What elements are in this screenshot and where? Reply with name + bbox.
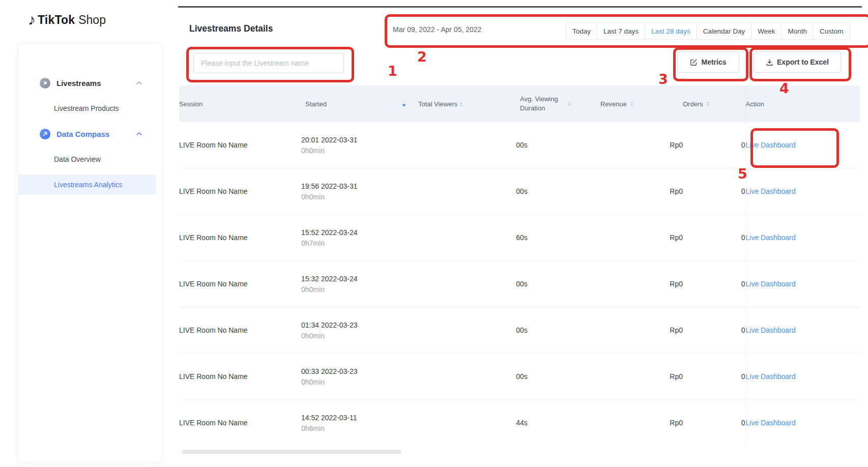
table-header-row: Session Started Total Viewers — [179, 85, 860, 122]
started-time: 19:56 2022-03-31 — [301, 182, 418, 190]
tab-month[interactable]: Month — [782, 22, 814, 40]
tab-week[interactable]: Week — [751, 22, 782, 40]
table-row: LIVE Room No Name 14:52 2022-03-11 0h6mi… — [179, 400, 860, 446]
column-avg-viewing-duration[interactable]: Avg. Viewing Duration — [520, 85, 596, 122]
revenue-cell: Rp0 — [596, 354, 683, 400]
total-viewers-cell: 0 — [418, 168, 520, 215]
avg-viewing-duration-cell: 0s — [520, 122, 596, 168]
sidebar-item-livestream-products[interactable]: Livestream Products — [18, 98, 162, 119]
revenue-cell: Rp0 — [596, 261, 683, 307]
sort-orders-icon[interactable] — [706, 101, 710, 106]
action-cell: Live Dashboard — [745, 215, 860, 261]
tab-custom[interactable]: Custom — [814, 22, 850, 40]
export-to-excel-button[interactable]: Export to Excel — [754, 51, 841, 73]
session-cell: LIVE Room No Name — [179, 215, 301, 261]
live-dashboard-link[interactable]: Live Dashboard — [746, 141, 796, 149]
live-dashboard-link[interactable]: Live Dashboard — [746, 234, 796, 242]
live-dashboard-link[interactable]: Live Dashboard — [746, 326, 796, 334]
action-cell: Live Dashboard — [745, 400, 860, 446]
brand-name-bold: TikTok — [38, 13, 75, 27]
date-range-display[interactable]: Mar 09, 2022 - Apr 05, 2022 — [393, 25, 481, 34]
column-avg-label: Avg. Viewing Duration — [520, 95, 564, 112]
column-started[interactable]: Started — [301, 85, 418, 122]
avg-viewing-duration-cell: 0s — [520, 307, 596, 354]
annotation-number-3: 3 — [658, 71, 668, 87]
stream-duration: 0h0min — [301, 147, 418, 155]
live-video-icon — [40, 78, 50, 89]
session-cell: LIVE Room No Name — [179, 261, 301, 307]
action-cell: Live Dashboard — [745, 122, 860, 168]
started-time: 14:52 2022-03-11 — [301, 414, 418, 422]
brand-logo: ♪ TikTok Shop — [28, 12, 106, 27]
orders-cell: 0 — [683, 215, 745, 261]
metrics-button[interactable]: Metrics — [677, 51, 739, 73]
sidebar-item-livestreams[interactable]: Livestreams — [18, 73, 162, 93]
started-cell: 14:52 2022-03-11 0h6min — [301, 400, 418, 446]
column-started-label: Started — [305, 100, 327, 108]
live-dashboard-link[interactable]: Live Dashboard — [746, 372, 796, 381]
orders-cell: 0 — [683, 168, 745, 215]
avg-viewing-duration-cell: 4s — [520, 400, 596, 446]
date-range-tabs: Today Last 7 days Last 28 days Calendar … — [566, 22, 850, 40]
sort-started-icon[interactable] — [402, 101, 406, 107]
orders-cell: 0 — [683, 122, 745, 168]
revenue-cell: Rp0 — [596, 168, 683, 215]
tab-last-7-days[interactable]: Last 7 days — [597, 22, 645, 40]
total-viewers-cell: 4 — [418, 400, 520, 446]
stream-duration: 0h0min — [301, 193, 418, 201]
avg-viewing-duration-cell: 0s — [520, 354, 596, 400]
tab-today[interactable]: Today — [566, 22, 597, 40]
tab-last-28-days[interactable]: Last 28 days — [645, 22, 697, 40]
table-row: LIVE Room No Name 20:01 2022-03-31 0h0mi… — [179, 122, 860, 168]
started-time: 15:32 2022-03-24 — [301, 275, 418, 283]
table-row: LIVE Room No Name 15:52 2022-03-24 0h7mi… — [179, 215, 860, 261]
chevron-up-icon[interactable] — [136, 132, 142, 136]
sort-avg-duration-icon[interactable] — [568, 101, 571, 106]
stream-duration: 0h0min — [301, 285, 418, 294]
stream-duration: 0h0min — [301, 378, 418, 386]
column-total-viewers[interactable]: Total Viewers — [418, 85, 520, 122]
column-orders-label: Orders — [683, 100, 703, 108]
session-cell: LIVE Room No Name — [179, 122, 301, 168]
metrics-button-label: Metrics — [701, 58, 726, 66]
avg-viewing-duration-cell: 0s — [520, 215, 596, 261]
sidebar-item-label: Data Overview — [54, 155, 101, 163]
column-orders[interactable]: Orders — [683, 85, 745, 122]
chevron-up-icon[interactable] — [136, 81, 142, 85]
avg-viewing-duration-cell: 0s — [520, 168, 596, 215]
session-cell: LIVE Room No Name — [179, 400, 301, 446]
total-viewers-cell: 0 — [418, 307, 520, 354]
sort-total-viewers-icon[interactable] — [459, 102, 463, 107]
column-total-viewers-label: Total Viewers — [418, 100, 457, 108]
started-cell: 15:32 2022-03-24 0h0min — [301, 261, 418, 307]
table-row: LIVE Room No Name 15:32 2022-03-24 0h0mi… — [179, 261, 860, 307]
sort-revenue-icon[interactable] — [630, 101, 633, 106]
sidebar-item-livestreams-analytics[interactable]: Livestreams Analytics — [18, 174, 156, 195]
export-button-label: Export to Excel — [777, 58, 829, 66]
orders-cell: 0 — [683, 400, 745, 446]
orders-cell: 0 — [683, 307, 745, 354]
started-cell: 00:33 2022-03-23 0h0min — [301, 354, 418, 400]
column-action: Action — [745, 85, 860, 122]
sidebar-item-data-compass[interactable]: Data Compass — [18, 124, 162, 144]
live-dashboard-link[interactable]: Live Dashboard — [746, 187, 796, 195]
horizontal-scrollbar-thumb[interactable] — [182, 450, 401, 454]
revenue-cell: Rp0 — [596, 122, 683, 168]
sidebar-item-data-overview[interactable]: Data Overview — [18, 149, 162, 169]
column-revenue[interactable]: Revenue — [596, 85, 683, 122]
livestreams-table: Session Started Total Viewers — [179, 85, 860, 446]
started-time: 15:52 2022-03-24 — [301, 228, 418, 237]
live-dashboard-link[interactable]: Live Dashboard — [746, 280, 796, 288]
sidebar-item-label: Livestream Products — [54, 104, 119, 112]
revenue-cell: Rp0 — [596, 215, 683, 261]
livestream-search-input[interactable] — [193, 53, 344, 73]
started-time: 20:01 2022-03-31 — [301, 136, 418, 144]
tiktok-note-icon: ♪ — [28, 12, 36, 27]
live-dashboard-link[interactable]: Live Dashboard — [746, 419, 796, 427]
total-viewers-cell: 0 — [418, 261, 520, 307]
started-cell: 19:56 2022-03-31 0h0min — [301, 168, 418, 215]
annotation-number-2: 2 — [417, 49, 427, 65]
action-cell: Live Dashboard — [745, 354, 860, 400]
tab-calendar-day[interactable]: Calendar Day — [697, 22, 752, 40]
session-cell: LIVE Room No Name — [179, 168, 301, 215]
